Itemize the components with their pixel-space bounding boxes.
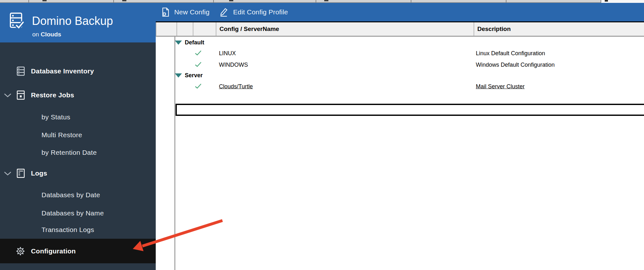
config-description: Windows Default Configuration xyxy=(476,62,555,68)
sidebar-item-configuration[interactable]: Configuration xyxy=(0,239,156,263)
enabled-check-icon xyxy=(195,62,202,69)
sidebar-item-databases-by-name[interactable]: Databases by Name xyxy=(0,207,156,220)
chevron-down-icon[interactable] xyxy=(4,93,11,97)
sidebar-item-multi-restore[interactable]: Multi Restore xyxy=(0,129,156,141)
group-label: Default xyxy=(185,39,204,46)
sidebar-item-transaction-logs[interactable]: Transaction Logs xyxy=(0,223,156,236)
config-server-name: Clouds/Turtle xyxy=(219,83,253,90)
browser-tab-strip xyxy=(0,0,601,3)
log-file-icon xyxy=(17,169,26,178)
sidebar-item-label: by Retention Date xyxy=(41,149,97,156)
column-header-description[interactable]: Description xyxy=(474,22,644,36)
sidebar-item-label: Transaction Logs xyxy=(41,226,94,234)
domino-backup-app: New ConfigEdit Config Profile Domino Bac… xyxy=(0,0,644,270)
sidebar-item-logs[interactable]: Logs xyxy=(0,167,156,180)
app-brand: Domino Backup on Clouds xyxy=(0,3,156,42)
tab-favicon-remnant xyxy=(42,0,47,1)
table-row-linux[interactable]: LINUXLinux Default Configuration xyxy=(156,48,644,59)
selected-row-outline xyxy=(176,104,644,116)
edit-pencil-icon xyxy=(219,8,228,17)
new-document-icon xyxy=(162,8,169,17)
table-row-clouds-turtle[interactable]: Clouds/TurtleMail Server Cluster xyxy=(156,81,644,92)
tab-favicon-remnant xyxy=(229,0,233,1)
sidebar-item-label: Logs xyxy=(31,169,47,177)
domino-backup-logo-icon xyxy=(10,12,24,30)
enabled-check-icon xyxy=(195,50,202,57)
group-label: Server xyxy=(185,72,203,79)
collapse-triangle-icon[interactable] xyxy=(175,41,182,45)
table-header-row: Config / ServerNameDescription xyxy=(156,22,644,37)
database-table-icon xyxy=(17,66,26,76)
column-header-label: Description xyxy=(477,26,511,33)
config-description: Linux Default Configuration xyxy=(476,50,545,57)
sidebar-item-restore-jobs[interactable]: Restore Jobs xyxy=(0,89,156,101)
sidebar-item-label: Restore Jobs xyxy=(31,91,74,99)
tab-divider xyxy=(411,0,411,3)
sidebar-item-restore-by-status[interactable]: by Status xyxy=(0,111,156,124)
tab-favicon-remnant xyxy=(122,0,126,1)
sidebar-item-label: Database Inventory xyxy=(31,67,94,75)
tab-divider xyxy=(316,0,316,3)
restore-server-icon xyxy=(17,90,26,100)
sidebar-item-label: Multi Restore xyxy=(41,131,82,139)
app-title: Domino Backup xyxy=(32,14,113,28)
toolbar-button-label: New Config xyxy=(174,8,210,16)
group-row-server[interactable]: Server xyxy=(175,70,203,81)
tab-favicon-remnant xyxy=(324,0,328,1)
gear-icon xyxy=(16,247,25,256)
sidebar-item-label: Configuration xyxy=(31,247,76,255)
group-row-default[interactable]: Default xyxy=(175,37,204,48)
column-header-empty[interactable] xyxy=(156,22,177,36)
tab-divider xyxy=(28,0,29,3)
config-toolbar: New ConfigEdit Config Profile xyxy=(156,3,297,21)
new-tab-button-remnant xyxy=(605,0,608,2)
table-row-windows[interactable]: WINDOWSWindows Default Configuration xyxy=(156,59,644,70)
config-table: Config / ServerNameDescription DefaultLI… xyxy=(156,22,644,270)
app-subtitle: on Clouds xyxy=(32,31,61,38)
toolbar-button-label: Edit Config Profile xyxy=(233,8,288,16)
tab-divider xyxy=(213,0,214,3)
sidebar-item-label: Databases by Date xyxy=(41,191,100,199)
browser-tab-strip-end xyxy=(601,0,644,3)
new-config-button[interactable]: New Config xyxy=(162,8,210,17)
collapse-triangle-icon[interactable] xyxy=(175,73,182,78)
tab-divider xyxy=(506,0,506,3)
sidebar-item-by-retention-date[interactable]: by Retention Date xyxy=(0,146,156,159)
column-header-empty[interactable] xyxy=(193,22,216,36)
chevron-down-icon[interactable] xyxy=(4,171,11,176)
config-description: Mail Server Cluster xyxy=(476,83,525,90)
edit-config-profile-button[interactable]: Edit Config Profile xyxy=(219,8,288,17)
sidebar-item-database-inventory[interactable]: Database Inventory xyxy=(0,65,156,78)
enabled-check-icon xyxy=(195,83,202,90)
column-header-empty[interactable] xyxy=(177,22,193,36)
tab-divider xyxy=(113,0,114,3)
config-server-name: WINDOWS xyxy=(219,62,248,68)
sidebar-item-databases-by-date[interactable]: Databases by Date xyxy=(0,189,156,201)
column-header-label: Config / ServerName xyxy=(220,26,279,33)
column-header-config-servername[interactable]: Config / ServerName xyxy=(216,22,474,36)
config-server-name: LINUX xyxy=(219,50,236,57)
sidebar-item-label: Databases by Name xyxy=(41,209,104,217)
sidebar-item-label: by Status xyxy=(41,113,70,121)
sidebar: Domino Backup on Clouds Database Invento… xyxy=(0,3,156,270)
